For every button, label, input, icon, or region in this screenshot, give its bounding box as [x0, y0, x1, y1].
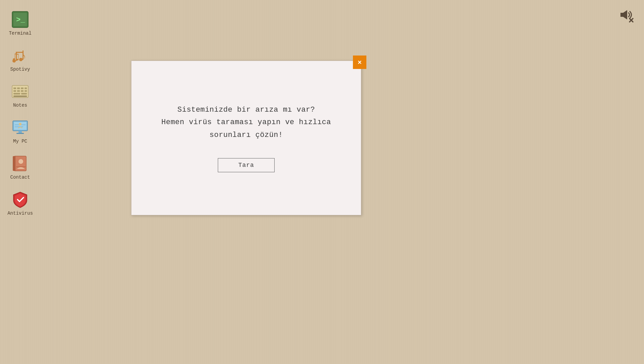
svg-point-5 — [19, 58, 23, 61]
sidebar-item-antivirus[interactable]: Antivirus — [3, 187, 37, 219]
antivirus-icon — [11, 190, 30, 209]
spotivy-icon: ♫♪ — [11, 46, 30, 65]
svg-text:>_: >_ — [16, 16, 25, 24]
dialog-content: Sisteminizde bir arıza mı var? Hemen vir… — [131, 61, 361, 215]
svg-rect-29 — [13, 156, 15, 171]
close-icon: × — [358, 59, 362, 66]
sidebar-item-mypc[interactable]: My PC — [3, 115, 37, 147]
svg-rect-13 — [25, 87, 27, 89]
svg-rect-14 — [13, 90, 16, 92]
contact-icon — [11, 154, 30, 173]
svg-point-4 — [12, 59, 16, 63]
sidebar-item-contact[interactable]: Contact — [3, 151, 37, 183]
svg-rect-7 — [23, 50, 24, 60]
terminal-label: Terminal — [9, 31, 31, 36]
svg-rect-11 — [17, 87, 20, 89]
svg-marker-32 — [620, 10, 627, 20]
spotivy-label: Spotivy — [10, 67, 30, 72]
svg-rect-17 — [25, 90, 27, 92]
volume-button[interactable] — [618, 7, 634, 25]
svg-rect-12 — [21, 87, 24, 89]
svg-point-30 — [18, 159, 23, 164]
desktop-sidebar: >_ Terminal ♫♪ Spotivy — [0, 0, 40, 364]
contact-label: Contact — [10, 175, 30, 180]
sidebar-item-notes[interactable]: Notes — [3, 79, 37, 111]
svg-rect-10 — [13, 87, 16, 89]
mypc-label: My PC — [13, 139, 27, 144]
svg-point-27 — [19, 123, 22, 125]
notes-label: Notes — [13, 103, 27, 108]
sidebar-item-spotivy[interactable]: ♫♪ Spotivy — [3, 43, 37, 75]
svg-rect-15 — [17, 90, 20, 92]
terminal-icon: >_ — [11, 10, 30, 29]
dialog-message: Sisteminizde bir arıza mı var? Hemen vir… — [161, 104, 331, 141]
antivirus-label: Antivirus — [7, 211, 33, 216]
svg-rect-19 — [21, 93, 27, 95]
svg-rect-8 — [16, 52, 23, 53]
svg-rect-6 — [16, 52, 17, 61]
mypc-icon — [11, 118, 30, 137]
sidebar-item-terminal[interactable]: >_ Terminal — [3, 7, 37, 39]
notes-icon — [11, 82, 30, 101]
svg-rect-18 — [13, 93, 20, 95]
svg-rect-24 — [16, 133, 24, 134]
svg-rect-23 — [18, 131, 22, 133]
antivirus-dialog: × Sisteminizde bir arıza mı var? Hemen v… — [131, 61, 361, 215]
scan-button[interactable]: Tara — [218, 158, 275, 172]
svg-rect-20 — [13, 96, 27, 97]
svg-rect-16 — [21, 90, 24, 92]
dialog-close-button[interactable]: × — [353, 56, 366, 69]
